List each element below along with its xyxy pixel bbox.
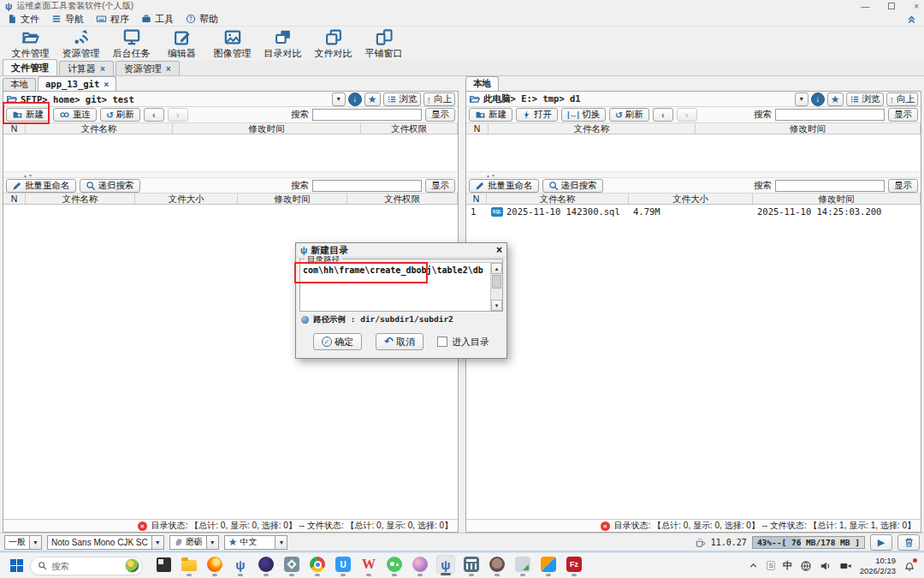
- taskbar-explorer[interactable]: [180, 555, 198, 574]
- col-n[interactable]: N: [3, 194, 26, 204]
- left-batch-rename-button[interactable]: 批量重命名: [6, 179, 76, 193]
- launcher-image-manager[interactable]: 图像管理: [207, 28, 258, 60]
- left-path-dropdown-button[interactable]: ▼: [332, 92, 346, 106]
- close-icon[interactable]: ×: [166, 64, 171, 74]
- left-show-button-2[interactable]: 显示: [425, 179, 455, 193]
- cancel-button[interactable]: ↶取消: [376, 333, 424, 350]
- right-search-input-2[interactable]: [775, 180, 885, 192]
- col-mtime[interactable]: 修改时间: [696, 123, 921, 134]
- launcher-dir-compare[interactable]: 目录对比: [258, 28, 308, 60]
- right-browse-button[interactable]: 浏览: [846, 92, 884, 106]
- menu-nav[interactable]: 导航: [51, 13, 84, 26]
- ime-language-indicator[interactable]: 中: [783, 559, 792, 572]
- scroll-up-icon[interactable]: ▴: [491, 263, 502, 274]
- right-up-button[interactable]: ↑向上: [886, 92, 919, 106]
- taskbar-filezilla[interactable]: Fz: [565, 555, 583, 574]
- scroll-down-icon[interactable]: ▾: [491, 300, 502, 311]
- taskbar-eclipse[interactable]: [257, 555, 275, 574]
- taskbar-wechat[interactable]: [385, 555, 404, 574]
- col-filename[interactable]: 文件名称: [26, 194, 135, 204]
- close-icon[interactable]: ×: [100, 64, 105, 74]
- right-back-button[interactable]: ‹: [653, 108, 673, 122]
- taskbar-ops-tool[interactable]: ψ: [231, 555, 250, 574]
- launcher-editor[interactable]: 编辑器: [157, 28, 207, 60]
- start-button[interactable]: [10, 559, 23, 572]
- run-gc-button[interactable]: ▶: [870, 534, 892, 551]
- maximize-button[interactable]: [888, 3, 895, 9]
- notification-button[interactable]: [903, 560, 915, 572]
- launcher-background-tasks[interactable]: 后台任务: [106, 28, 157, 60]
- splitter-up-icon[interactable]: ▴: [487, 172, 489, 178]
- launcher-tile-windows[interactable]: 平铺窗口: [358, 28, 409, 60]
- menu-tools[interactable]: 工具: [141, 13, 174, 26]
- theme-dropdown[interactable]: 磨砺▼: [169, 535, 219, 550]
- col-size[interactable]: 文件大小: [135, 194, 238, 204]
- font-dropdown[interactable]: Noto Sans Mono CJK SC▼: [47, 535, 164, 550]
- directory-path-input[interactable]: com\hh\frame\create_dbobj\table2\db: [300, 263, 490, 311]
- left-dir-list[interactable]: [3, 134, 458, 172]
- col-size[interactable]: 文件大小: [629, 194, 753, 204]
- tab-resource-manager[interactable]: 资源管理×: [116, 61, 180, 75]
- right-show-button[interactable]: 显示: [888, 108, 918, 122]
- col-n[interactable]: N: [466, 123, 489, 134]
- table-row[interactable]: 1 SQL2025-11-10_142300.sql 4.79M 2025-11…: [466, 205, 921, 218]
- right-tab-local[interactable]: 本地: [465, 76, 499, 91]
- right-forward-button[interactable]: ›: [677, 108, 697, 122]
- left-tab-local[interactable]: 本地: [3, 78, 36, 91]
- right-refresh-button[interactable]: ↺刷新: [609, 108, 649, 122]
- ime-tool-icon[interactable]: S: [767, 561, 774, 570]
- menu-help[interactable]: 帮助: [186, 13, 218, 26]
- taskbar-dbeaver[interactable]: [488, 555, 506, 574]
- right-new-button[interactable]: 新建: [469, 108, 512, 122]
- left-path-breadcrumb[interactable]: SFTP> home> git> test: [21, 94, 329, 104]
- left-recursive-search-button[interactable]: 递归搜索: [80, 179, 140, 193]
- profile-dropdown[interactable]: 一般▼: [4, 535, 42, 550]
- tab-file-manager[interactable]: 文件管理: [3, 59, 57, 75]
- right-search-input[interactable]: [775, 109, 885, 121]
- taskbar-paint[interactable]: [411, 555, 429, 574]
- col-perms[interactable]: 文件权限: [361, 123, 458, 134]
- col-n[interactable]: N: [466, 194, 487, 204]
- taskbar-chrome[interactable]: [308, 555, 327, 574]
- right-favorite-button[interactable]: ★: [827, 92, 844, 106]
- right-batch-rename-button[interactable]: 批量重命名: [469, 179, 539, 193]
- col-n[interactable]: N: [3, 123, 26, 134]
- right-path-breadcrumb[interactable]: 此电脑> E:> tmp> d1: [483, 93, 792, 105]
- network-globe-icon[interactable]: [800, 560, 812, 572]
- right-show-button-2[interactable]: 显示: [888, 179, 918, 193]
- col-mtime[interactable]: 修改时间: [238, 194, 347, 204]
- launcher-file-compare[interactable]: 文件对比: [308, 28, 358, 60]
- col-mtime[interactable]: 修改时间: [173, 123, 361, 134]
- left-show-button[interactable]: 显示: [425, 108, 455, 122]
- taskbar-firefox[interactable]: [205, 555, 224, 574]
- launcher-resource-manager[interactable]: 资源管理: [56, 28, 106, 60]
- taskbar-search[interactable]: [30, 557, 143, 575]
- right-dir-list[interactable]: [466, 134, 921, 172]
- left-refresh-button[interactable]: ↺刷新: [100, 108, 140, 122]
- col-mtime[interactable]: 修改时间: [753, 194, 921, 204]
- taskbar-calculator[interactable]: [462, 555, 481, 574]
- minimize-button[interactable]: —: [861, 2, 869, 11]
- checkbox[interactable]: [437, 337, 447, 347]
- launcher-file-manager[interactable]: 文件管理: [5, 28, 56, 60]
- splitter-down-icon[interactable]: ▾: [492, 172, 495, 178]
- scroll-thumb[interactable]: [492, 275, 501, 289]
- ok-button[interactable]: ✓确定: [313, 333, 362, 350]
- taskbar-ops-tool-active[interactable]: ψ: [436, 555, 455, 574]
- right-path-dropdown-button[interactable]: ▼: [795, 92, 808, 106]
- cell-filename[interactable]: SQL2025-11-10_142300.sql: [487, 206, 629, 217]
- taskbar-desktop-app[interactable]: [154, 555, 173, 574]
- dialog-scrollbar[interactable]: ▴ ▾: [490, 263, 502, 311]
- right-splitter[interactable]: ▴ ▾: [466, 172, 921, 178]
- trash-button[interactable]: [897, 534, 920, 551]
- left-reconnect-button[interactable]: 重连: [53, 108, 97, 122]
- taskbar-archiver[interactable]: [513, 555, 532, 574]
- tab-calculator[interactable]: 计算器×: [59, 61, 114, 75]
- taskbar-vmware[interactable]: [282, 555, 301, 574]
- close-icon[interactable]: ×: [104, 80, 109, 89]
- right-open-button[interactable]: 打开: [516, 108, 558, 122]
- left-search-input-2[interactable]: [312, 180, 422, 192]
- taskbar-clock[interactable]: 10:19 2026/2/23: [860, 556, 896, 575]
- col-perms[interactable]: 文件权限: [347, 194, 458, 204]
- right-switch-button[interactable]: |↔|切换: [561, 108, 606, 122]
